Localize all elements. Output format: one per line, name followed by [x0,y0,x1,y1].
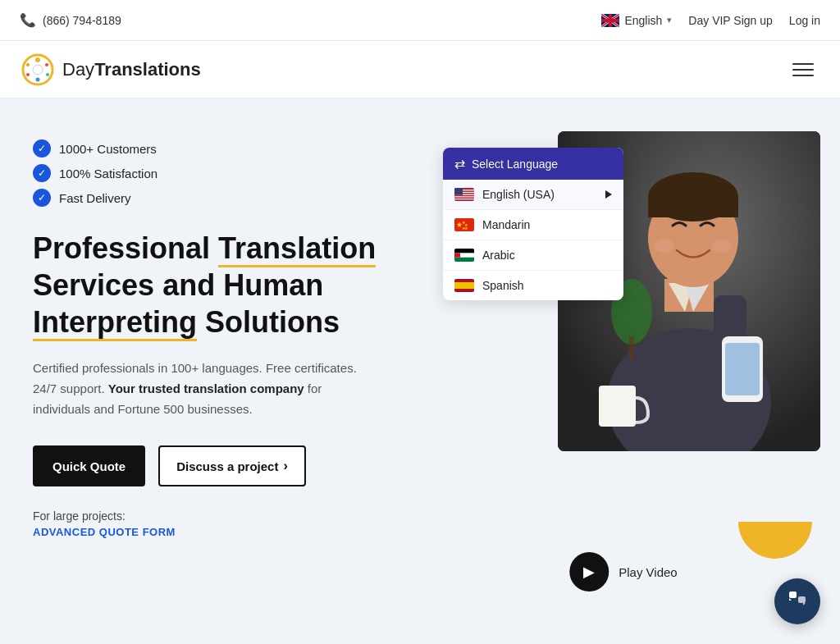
headline: Professional Translation Services and Hu… [33,230,410,340]
svg-line-3 [601,14,619,27]
top-bar: 📞 (866) 794-8189 English ▾ Day V [0,0,840,41]
svg-rect-5 [601,19,619,22]
quick-quote-button[interactable]: Quick Quote [33,445,145,486]
svg-rect-38 [454,196,474,197]
lang-option-english[interactable]: English (USA) [443,180,623,210]
description-bold: Your trusted translation company [108,381,304,395]
large-project-section: For large projects: ADVANCED QUOTE FORM [33,509,410,538]
translate-icon: ⇄ [454,156,465,171]
lang-option-english-label: English (USA) [482,188,555,201]
chat-fab-button[interactable] [774,578,820,624]
svg-rect-6 [609,14,612,27]
lang-card-title: Select Language [472,158,558,171]
language-dropdown-card: ⇄ Select Language English (USA) [443,148,623,300]
large-project-label: For large projects: [33,509,126,523]
lang-option-arabic-label: Arabic [482,249,515,262]
phone-number: (866) 794-8189 [43,14,121,27]
cursor-indicator [605,190,612,199]
svg-point-27 [712,240,732,253]
discuss-project-label: Discuss a project [176,459,278,473]
phone-icon: 📞 [20,12,36,28]
svg-point-11 [45,63,48,66]
svg-rect-53 [789,591,797,598]
vip-signup-link[interactable]: Day VIP Sign up [688,14,772,27]
svg-point-13 [36,77,40,81]
svg-rect-39 [454,199,474,199]
play-icon: ▶ [583,563,595,581]
badge-satisfaction: ✓ 100% Satisfaction [33,164,410,182]
chat-icon [788,589,807,614]
nav-bar: DayTranslations [0,41,840,98]
svg-line-4 [601,14,619,27]
language-selector[interactable]: English ▾ [601,14,672,27]
badges-section: ✓ 1000+ Customers ✓ 100% Satisfaction ✓ … [33,139,410,207]
svg-rect-50 [454,253,460,257]
svg-rect-7 [601,20,619,21]
play-video-section[interactable]: ▶ Play Video [569,552,677,591]
svg-rect-33 [629,336,634,361]
svg-rect-30 [725,343,760,395]
svg-line-2 [601,14,619,27]
arrow-right-icon: › [283,459,287,473]
headline-part3: Solutions [197,305,340,339]
top-bar-right: English ▾ Day VIP Sign up Log in [601,14,820,27]
badge-customers: ✓ 1000+ Customers [33,139,410,158]
hamburger-menu[interactable] [786,57,820,83]
chevron-down-icon: ▾ [667,15,672,25]
check-icon: ✓ [33,139,51,158]
lang-option-mandarin-label: Mandarin [482,218,530,231]
hamburger-line [792,69,814,71]
flag-uk-icon [601,14,619,27]
lang-option-spanish[interactable]: Spanish [443,271,623,300]
login-link[interactable]: Log in [789,14,820,27]
svg-point-10 [35,57,40,62]
svg-rect-54 [798,596,806,603]
svg-rect-52 [454,282,474,289]
lang-option-mandarin[interactable]: ★ ★ ★ ★ ★ Mandarin [443,210,623,240]
badge-delivery: ✓ Fast Delivery [33,189,410,207]
play-label: Play Video [619,565,677,579]
language-label: English [624,14,662,27]
cta-buttons: Quick Quote Discuss a project › [33,445,410,486]
svg-point-16 [33,65,43,75]
logo-text: DayTranslations [62,59,201,80]
svg-point-26 [655,240,674,253]
svg-rect-49 [454,258,474,262]
lang-card-header: ⇄ Select Language [443,148,623,180]
svg-rect-40 [454,188,463,195]
advanced-quote-link[interactable]: ADVANCED QUOTE FORM [33,526,410,538]
lang-option-arabic[interactable]: Arabic [443,240,623,271]
svg-rect-8 [609,14,611,27]
phone-section: 📞 (866) 794-8189 [20,12,121,28]
check-icon: ✓ [33,189,51,207]
left-column: ✓ 1000+ Customers ✓ 100% Satisfaction ✓ … [33,131,410,624]
badge-customers-label: 1000+ Customers [59,142,157,156]
svg-point-14 [26,73,30,76]
svg-point-15 [26,63,30,66]
badge-delivery-label: Fast Delivery [59,191,131,205]
lang-option-spanish-label: Spanish [482,279,524,292]
svg-rect-0 [601,14,619,27]
hamburger-line [792,75,814,76]
check-icon: ✓ [33,164,51,182]
headline-part1: Professional [33,231,218,265]
badge-satisfaction-label: 100% Satisfaction [59,167,158,180]
deco-half-yellow [738,522,812,559]
description: Certified professionals in 100+ language… [33,359,377,419]
svg-rect-25 [648,197,738,217]
svg-rect-48 [454,249,474,253]
right-column: ⇄ Select Language English (USA) [427,131,820,624]
svg-point-12 [46,73,49,76]
headline-part2: Services and Human [33,268,323,302]
hamburger-line [792,63,814,65]
logo[interactable]: DayTranslations [20,52,201,88]
discuss-project-button[interactable]: Discuss a project › [158,445,306,486]
main-content: ✓ 1000+ Customers ✓ 100% Satisfaction ✓ … [0,98,840,644]
logo-icon [20,52,56,88]
svg-line-1 [601,14,619,27]
play-button[interactable]: ▶ [569,552,609,591]
svg-rect-31 [599,386,636,427]
headline-translation: Translation [218,231,376,267]
headline-interpreting: Interpreting [33,305,197,341]
